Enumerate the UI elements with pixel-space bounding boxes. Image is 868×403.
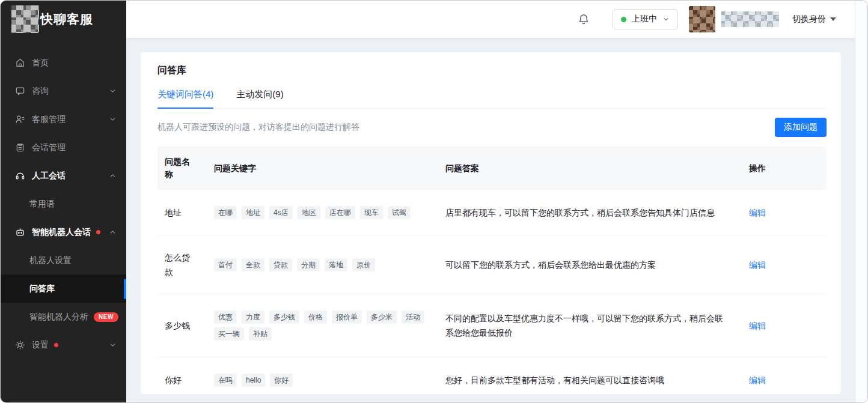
- edit-link[interactable]: 编辑: [749, 375, 766, 385]
- keyword-tag: 力度: [242, 311, 264, 324]
- sidebar-item-robot-settings[interactable]: 机器人设置: [1, 246, 126, 274]
- keyword-tag: 地址: [242, 206, 264, 219]
- brand-title: 快聊客服: [40, 11, 93, 28]
- keyword-tag: 4s店: [269, 206, 293, 219]
- qa-table: 问题名称 问题关键字 问题答案 操作 地址在哪地址4s店地区店在哪现车试驾店里都…: [157, 147, 827, 394]
- keyword-tag: 买一辆: [214, 327, 244, 341]
- sidebar-item-label: 常用语: [29, 199, 55, 210]
- edit-link[interactable]: 编辑: [749, 208, 766, 217]
- main-area: 上班中 切换身份 问答库 关键词问答(4) 主动发问(9) 机: [126, 1, 867, 402]
- question-keywords: 首付全款贷款分期落地原价: [214, 236, 445, 294]
- sidebar-item-label: 客服管理: [32, 114, 66, 125]
- username-blurred: [721, 11, 779, 27]
- sidebar-item-consult[interactable]: 咨询: [1, 77, 126, 105]
- chevron-down-icon: [109, 115, 117, 123]
- toolbar: 机器人可跟进预设的问题，对访客提出的问题进行解答 添加问题: [157, 118, 827, 137]
- header-question-answer: 问题答案: [445, 147, 749, 190]
- sidebar-item-common-phrases[interactable]: 常用语: [1, 190, 126, 218]
- keyword-tag: 地区: [298, 206, 320, 219]
- sidebar-item-label: 问答库: [29, 283, 55, 294]
- edit-link[interactable]: 编辑: [749, 260, 766, 270]
- keyword-tag: 你好: [270, 374, 293, 387]
- table-row: 你好在吗hello你好您好，目前多款车型都有活动，有相关问题可以直接咨询哦编辑: [157, 357, 827, 395]
- new-badge: NEW: [94, 312, 118, 322]
- switch-identity-button[interactable]: 切换身份: [792, 14, 836, 25]
- keyword-tag: 现车: [360, 206, 383, 219]
- keyword-tag: 多少钱: [269, 311, 299, 324]
- keyword-tag: 分期: [297, 258, 320, 271]
- sidebar-item-robot-session[interactable]: 智能机器人会话: [1, 218, 126, 246]
- keyword-tag: 多少米: [367, 311, 397, 324]
- question-name: 你好: [157, 357, 214, 395]
- chevron-down-icon: [662, 16, 670, 23]
- avatar[interactable]: [689, 6, 715, 32]
- sidebar-item-label: 智能机器人会话: [32, 227, 91, 238]
- chat-icon: [15, 86, 25, 96]
- gear-icon: [15, 340, 25, 350]
- keyword-tag: 店在哪: [325, 206, 355, 219]
- users-icon: [15, 114, 25, 124]
- sidebar-item-session-mgmt[interactable]: 会话管理: [1, 133, 126, 162]
- headset-icon: [15, 171, 25, 181]
- add-question-button[interactable]: 添加问题: [775, 118, 827, 137]
- table-header-row: 问题名称 问题关键字 问题答案 操作: [157, 147, 827, 190]
- keyword-tag: 补贴: [249, 327, 272, 341]
- question-keywords: 在吗hello你好: [214, 357, 445, 395]
- keyword-tag: 优惠: [214, 311, 237, 324]
- actions-cell: 编辑: [749, 236, 827, 294]
- keyword-tag: 在吗: [214, 374, 237, 387]
- actions-cell: 编辑: [749, 357, 827, 395]
- work-status-dropdown[interactable]: 上班中: [613, 9, 678, 29]
- question-answer: 不同的配置以及车型优惠力度不一样哦，可以留下您的联系方式，稍后会联系您给您最低报…: [445, 294, 749, 357]
- page-title: 问答库: [157, 64, 827, 77]
- content: 问答库 关键词问答(4) 主动发问(9) 机器人可跟进预设的问题，对访客提出的问…: [126, 38, 867, 402]
- sidebar-item-robot-analysis[interactable]: 智能机器人分析NEW: [1, 303, 126, 331]
- scrollbar[interactable]: [855, 1, 867, 402]
- sidebar-item-label: 会话管理: [32, 142, 66, 153]
- caret-down-icon: [830, 17, 836, 21]
- sidebar-item-qa-library[interactable]: 问答库: [1, 274, 126, 303]
- header-question-name: 问题名称: [157, 147, 214, 190]
- keyword-tag: 活动: [402, 311, 424, 324]
- sidebar-item-label: 人工会话: [32, 171, 66, 181]
- keyword-tag: 价格: [304, 311, 327, 324]
- question-keywords: 在哪地址4s店地区店在哪现车试驾: [214, 190, 445, 236]
- question-answer: 店里都有现车，可以留下您的联系方式，稍后会联系您告知具体门店信息: [445, 190, 749, 236]
- actions-cell: 编辑: [749, 294, 827, 357]
- sidebar-item-home[interactable]: 首页: [1, 49, 126, 77]
- header-question-keywords: 问题关键字: [214, 147, 445, 190]
- work-status-label: 上班中: [632, 14, 657, 25]
- keyword-tag: 全款: [242, 258, 264, 271]
- edit-link[interactable]: 编辑: [749, 321, 766, 330]
- question-answer: 您好，目前多款车型都有活动，有相关问题可以直接咨询哦: [445, 357, 749, 395]
- notification-dot: [96, 230, 100, 234]
- robot-icon: [15, 227, 25, 237]
- sidebar-item-label: 咨询: [32, 86, 49, 97]
- switch-identity-label: 切换身份: [792, 14, 826, 25]
- notification-dot: [54, 343, 58, 347]
- bell-icon[interactable]: [578, 13, 590, 25]
- keyword-tag: 贷款: [269, 258, 292, 271]
- table-row: 多少钱优惠力度多少钱价格报价单多少米活动买一辆补贴不同的配置以及车型优惠力度不一…: [157, 294, 827, 357]
- sidebar-item-service-mgmt[interactable]: 客服管理: [1, 105, 126, 133]
- question-name: 地址: [157, 190, 214, 236]
- keyword-tag: 原价: [352, 258, 375, 271]
- table-row: 怎么贷款首付全款贷款分期落地原价可以留下您的联系方式，稍后会联系您给出最优惠的方…: [157, 236, 827, 294]
- question-keywords: 优惠力度多少钱价格报价单多少米活动买一辆补贴: [214, 294, 445, 357]
- sidebar-item-settings[interactable]: 设置: [1, 331, 126, 359]
- header-actions: 操作: [749, 147, 827, 190]
- question-name: 多少钱: [157, 294, 214, 357]
- keyword-tag: 首付: [214, 258, 237, 271]
- sidebar: 快聊客服 首页咨询客服管理会话管理人工会话常用语智能机器人会话机器人设置问答库智…: [1, 1, 126, 402]
- brand: 快聊客服: [1, 1, 126, 38]
- logo-blurred: [11, 5, 39, 33]
- app-window: 快聊客服 首页咨询客服管理会话管理人工会话常用语智能机器人会话机器人设置问答库智…: [0, 0, 868, 403]
- keyword-tag: 落地: [325, 258, 347, 271]
- topbar: 上班中 切换身份: [126, 1, 867, 38]
- tab-proactive-questions[interactable]: 主动发问(9): [236, 89, 283, 108]
- sidebar-item-manual-session[interactable]: 人工会话: [1, 162, 126, 190]
- tab-bar: 关键词问答(4) 主动发问(9): [157, 89, 827, 109]
- chevron-up-icon: [109, 172, 117, 180]
- tab-keyword-qa[interactable]: 关键词问答(4): [157, 89, 213, 108]
- question-name: 怎么贷款: [157, 236, 214, 294]
